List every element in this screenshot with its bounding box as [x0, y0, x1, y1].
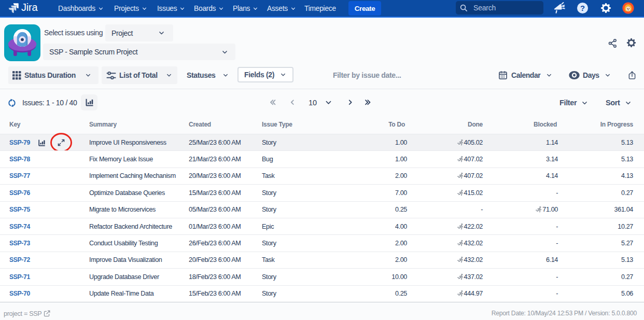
svg-text:?: ?	[580, 4, 585, 12]
